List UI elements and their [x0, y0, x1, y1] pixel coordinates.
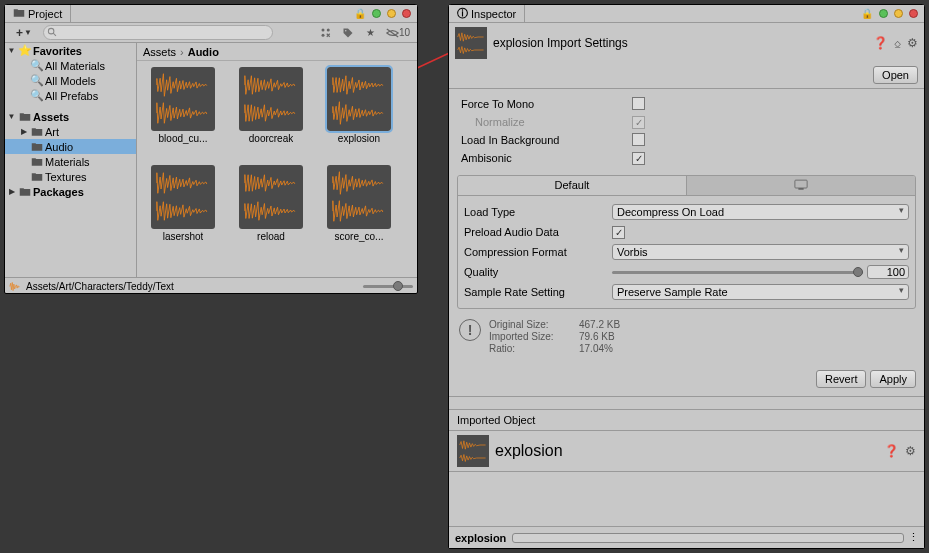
inspector-title: explosion Import Settings — [493, 36, 867, 50]
search-icon: 🔍 — [30, 59, 43, 72]
ambisonic-checkbox[interactable] — [632, 152, 645, 165]
inspector-footer: explosion ⋮ — [449, 526, 924, 548]
search-input[interactable] — [43, 25, 273, 40]
hidden-count[interactable]: 10 — [383, 25, 413, 41]
revert-button[interactable]: Revert — [816, 370, 866, 388]
folder-icon — [18, 110, 31, 123]
audio-waveform-icon — [151, 67, 215, 131]
svg-point-6 — [345, 30, 347, 32]
inspector-header: explosion Import Settings ❓ ⎐ ⚙ — [449, 23, 924, 63]
load-in-bg-label: Load In Background — [457, 134, 632, 146]
breadcrumb-assets[interactable]: Assets — [143, 46, 176, 58]
asset-label: doorcreak — [249, 133, 293, 144]
search-icon: 🔍 — [30, 89, 43, 102]
imported-object-title: Imported Object — [449, 410, 924, 430]
gear-icon[interactable]: ⚙ — [905, 444, 916, 458]
breadcrumb: Assets › Audio — [137, 43, 417, 61]
original-size-label: Original Size: — [489, 319, 569, 330]
create-button[interactable]: +▼ — [9, 26, 39, 40]
audio-clip-item[interactable]: reload — [231, 165, 311, 255]
imported-size-label: Imported Size: — [489, 331, 569, 342]
folder-icon — [30, 155, 43, 168]
folder-icon — [13, 7, 25, 21]
window-dot-yellow[interactable] — [894, 9, 903, 18]
help-icon[interactable]: ❓ — [873, 36, 888, 50]
assets-header[interactable]: ▼Assets — [5, 109, 136, 124]
gear-icon[interactable]: ⚙ — [907, 36, 918, 50]
project-footer: Assets/Art/Characters/Teddy/Text — [5, 277, 417, 295]
compression-dropdown[interactable]: Vorbis — [612, 244, 909, 260]
window-dot-yellow[interactable] — [387, 9, 396, 18]
ambisonic-label: Ambisonic — [457, 152, 632, 164]
lock-icon[interactable]: 🔒 — [354, 8, 366, 19]
audio-clip-item[interactable]: score_co... — [319, 165, 399, 255]
preview-menu-icon[interactable]: ⋮ — [908, 531, 918, 544]
packages-header[interactable]: ▶Packages — [5, 184, 136, 199]
window-dot-red[interactable] — [402, 9, 411, 18]
load-in-bg-checkbox[interactable] — [632, 133, 645, 146]
save-search-icon[interactable]: ★ — [361, 25, 379, 41]
audio-waveform-icon — [239, 165, 303, 229]
audio-clip-item[interactable]: blood_cu... — [143, 67, 223, 157]
favorites-all-materials[interactable]: 🔍All Materials — [5, 58, 136, 73]
audio-waveform-icon — [151, 165, 215, 229]
asset-label: score_co... — [335, 231, 384, 242]
assets-art[interactable]: ▶Art — [5, 124, 136, 139]
preload-label: Preload Audio Data — [464, 226, 612, 238]
audio-clip-item[interactable]: lasershot — [143, 165, 223, 255]
svg-rect-7 — [795, 180, 807, 188]
quality-slider[interactable] — [612, 271, 863, 274]
svg-point-3 — [322, 28, 325, 31]
quality-label: Quality — [464, 266, 612, 278]
load-type-dropdown[interactable]: Decompress On Load — [612, 204, 909, 220]
preview-scrollbar[interactable] — [512, 533, 904, 543]
preset-icon[interactable]: ⎐ — [894, 36, 901, 50]
asset-label: blood_cu... — [159, 133, 208, 144]
quality-value[interactable]: 100 — [867, 265, 909, 279]
open-button[interactable]: Open — [873, 66, 918, 84]
inspector-tab[interactable]: ⓘ Inspector — [449, 5, 525, 22]
lock-icon[interactable]: 🔒 — [861, 8, 873, 19]
project-tab[interactable]: Project — [5, 5, 71, 22]
sample-rate-dropdown[interactable]: Preserve Sample Rate — [612, 284, 909, 300]
breadcrumb-audio[interactable]: Audio — [188, 46, 219, 58]
footer-path: Assets/Art/Characters/Teddy/Text — [26, 281, 359, 292]
inspector-properties: Force To Mono Normalize Load In Backgrou… — [449, 89, 924, 366]
audio-clip-item[interactable]: explosion — [319, 67, 399, 157]
audio-clip-item[interactable]: doorcreak — [231, 67, 311, 157]
preload-checkbox[interactable] — [612, 226, 625, 239]
load-type-label: Load Type — [464, 206, 612, 218]
assets-materials[interactable]: Materials — [5, 154, 136, 169]
inspector-tab-bar: ⓘ Inspector 🔒 — [449, 5, 924, 23]
assets-textures[interactable]: Textures — [5, 169, 136, 184]
window-dot-red[interactable] — [909, 9, 918, 18]
folder-icon — [30, 140, 43, 153]
platform-tab-standalone[interactable] — [686, 176, 915, 195]
imported-object-name: explosion — [495, 442, 563, 460]
favorites-all-models[interactable]: 🔍All Models — [5, 73, 136, 88]
window-dot-green[interactable] — [879, 9, 888, 18]
favorites-header[interactable]: ▼⭐Favorites — [5, 43, 136, 58]
normalize-label: Normalize — [457, 116, 632, 128]
apply-button[interactable]: Apply — [870, 370, 916, 388]
ratio-value: 17.04% — [579, 343, 620, 354]
assets-audio[interactable]: Audio — [5, 139, 136, 154]
thumbnail-size-slider[interactable] — [363, 285, 413, 288]
favorites-all-prefabs[interactable]: 🔍All Prefabs — [5, 88, 136, 103]
sample-rate-label: Sample Rate Setting — [464, 286, 612, 298]
help-icon[interactable]: ❓ — [884, 444, 899, 458]
project-tab-bar: Project 🔒 — [5, 5, 417, 23]
star-icon: ⭐ — [18, 44, 31, 57]
audio-clip-icon — [455, 27, 487, 59]
force-to-mono-checkbox[interactable] — [632, 97, 645, 110]
folder-icon — [30, 170, 43, 183]
inspector-tab-label: Inspector — [471, 8, 516, 20]
window-dot-green[interactable] — [372, 9, 381, 18]
platform-tab-default[interactable]: Default — [458, 176, 686, 195]
folder-icon — [30, 125, 43, 138]
search-icon — [47, 27, 58, 38]
filter-by-type-icon[interactable] — [317, 25, 335, 41]
filter-by-label-icon[interactable] — [339, 25, 357, 41]
asset-label: reload — [257, 231, 285, 242]
asset-label: lasershot — [163, 231, 204, 242]
